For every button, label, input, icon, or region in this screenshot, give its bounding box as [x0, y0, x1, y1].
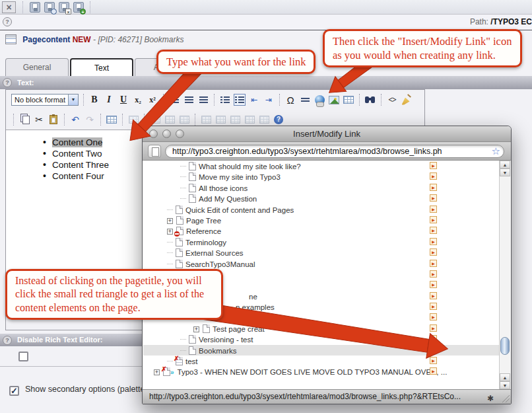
table-operation-icon[interactable]: [215, 114, 226, 126]
tab-general[interactable]: General: [5, 58, 69, 76]
scroll-up-icon[interactable]: ▲: [500, 373, 510, 381]
cut-icon[interactable]: ✂: [33, 114, 45, 126]
table-properties-icon[interactable]: [106, 114, 117, 126]
table-operation-icon[interactable]: [229, 114, 241, 126]
cleanup-icon[interactable]: [401, 94, 413, 106]
url-field[interactable]: http://typo3.creighton.edu/typo3/sysext/…: [165, 145, 504, 158]
horizontal-rule-icon[interactable]: [299, 94, 311, 106]
window-close-icon[interactable]: [149, 130, 158, 138]
save-icon[interactable]: [30, 2, 40, 13]
tree-row[interactable]: Move my site into Typo3▶: [143, 171, 499, 182]
align-left-icon[interactable]: [168, 94, 180, 106]
expand-plus-icon[interactable]: +: [167, 218, 173, 224]
save-and-new-icon[interactable]: +: [73, 2, 84, 13]
expand-plus-icon[interactable]: +: [193, 326, 199, 332]
disable-rte-checkbox[interactable]: ✓: [18, 352, 28, 361]
save-and-preview-icon[interactable]: [44, 2, 55, 13]
insert-image-icon[interactable]: [328, 94, 340, 106]
dialog-scrollbar[interactable]: ▲ ▼ ▲ ▼: [499, 161, 510, 389]
content-list-triangle-button[interactable]: ▶: [430, 313, 437, 320]
expand-plus-icon[interactable]: +: [167, 229, 173, 235]
secondary-options-checkbox[interactable]: ✓: [9, 386, 19, 396]
help-icon[interactable]: ?: [3, 78, 12, 87]
source-view-icon[interactable]: <>: [386, 94, 398, 106]
table-operation-icon[interactable]: [258, 114, 270, 126]
scroll-down-icon[interactable]: ▼: [500, 381, 510, 389]
content-list-triangle-button[interactable]: ▶: [430, 346, 437, 354]
content-list-triangle-button[interactable]: ▶: [430, 324, 437, 332]
copy-icon[interactable]: [18, 114, 30, 126]
tree-row[interactable]: +Test page creat▶: [143, 323, 499, 334]
subscript-button[interactable]: x₂: [132, 94, 144, 106]
tab-text[interactable]: Text: [70, 58, 133, 76]
save-and-close-icon[interactable]: ×: [59, 2, 69, 13]
bookmark-star-icon[interactable]: ☆: [492, 146, 500, 156]
content-list-triangle-button[interactable]: ▶: [430, 248, 437, 256]
tree-row[interactable]: What should my site look like?▶: [143, 161, 499, 171]
redo-icon[interactable]: ↷: [84, 114, 96, 126]
window-zoom-icon[interactable]: [176, 130, 184, 138]
superscript-button[interactable]: x²: [147, 94, 158, 106]
table-operation-icon[interactable]: [164, 114, 176, 126]
tree-row[interactable]: Versioning - test▶: [143, 334, 499, 344]
resize-grip[interactable]: [501, 394, 510, 402]
tree-row[interactable]: Bookmarks▶: [143, 345, 499, 356]
content-list-triangle-button[interactable]: ▶: [430, 227, 437, 234]
content-list-triangle-button[interactable]: ▶: [430, 270, 437, 278]
block-format-select[interactable]: No block format ▼: [11, 94, 79, 106]
content-list-triangle-button[interactable]: ▶: [430, 357, 437, 364]
rte-help-icon[interactable]: ?: [273, 114, 284, 126]
content-list-triangle-button[interactable]: ▶: [430, 281, 437, 288]
tree-row[interactable]: Add My Question▶: [143, 193, 499, 204]
table-operation-icon[interactable]: [149, 114, 161, 126]
content-list-triangle-button[interactable]: ▶: [430, 367, 437, 375]
underline-button[interactable]: U: [117, 94, 129, 106]
find-replace-icon[interactable]: [364, 94, 376, 106]
scroll-down-icon[interactable]: ▼: [500, 169, 510, 176]
content-list-triangle-button[interactable]: ▶: [430, 206, 437, 213]
paste-icon[interactable]: [48, 114, 59, 126]
tree-row[interactable]: +Reference▶: [143, 225, 499, 236]
page-proxy-icon[interactable]: [148, 145, 161, 158]
content-list-triangle-button[interactable]: ▶: [430, 238, 437, 245]
table-operation-icon[interactable]: [178, 114, 190, 126]
content-list-triangle-button[interactable]: ▶: [430, 303, 437, 310]
bold-button[interactable]: B: [88, 94, 100, 106]
undo-icon[interactable]: ↶: [69, 114, 81, 126]
ordered-list-icon[interactable]: [219, 94, 231, 106]
bullet-list-icon[interactable]: [234, 94, 246, 106]
content-list-triangle-button[interactable]: ▶: [430, 335, 437, 342]
outdent-icon[interactable]: ⇤: [248, 94, 260, 106]
tree-row[interactable]: All those icons▶: [143, 182, 499, 193]
window-minimize-icon[interactable]: [162, 130, 171, 138]
table-operation-icon[interactable]: [127, 114, 139, 126]
align-center-icon[interactable]: [183, 94, 195, 106]
insert-table-icon[interactable]: [343, 94, 354, 106]
tree-row[interactable]: SearchTypo3Manual▶: [143, 258, 499, 269]
help-icon[interactable]: ?: [3, 17, 12, 26]
table-operation-icon[interactable]: [244, 114, 255, 126]
scroll-up-icon[interactable]: ▲: [500, 161, 510, 169]
dialog-titlebar[interactable]: Insert/Modify Link: [143, 126, 511, 142]
tree-row[interactable]: +Page Tree▶: [143, 215, 499, 225]
tree-row[interactable]: ✗test▶: [143, 356, 499, 366]
tree-row[interactable]: +✗»Typo3 - WHEN NEW DOIT GOES LIVE MOVE …: [143, 366, 499, 377]
content-list-triangle-button[interactable]: ▶: [430, 162, 437, 169]
special-character-icon[interactable]: Ω: [284, 94, 296, 106]
tree-row[interactable]: External Sources▶: [143, 247, 499, 258]
scrollbar-thumb[interactable]: [500, 337, 510, 355]
help-icon[interactable]: ?: [3, 336, 12, 345]
tree-row[interactable]: Terminology▶: [143, 237, 499, 247]
italic-button[interactable]: I: [103, 94, 115, 106]
content-list-triangle-button[interactable]: ▶: [430, 194, 437, 202]
close-document-button[interactable]: ×: [2, 1, 16, 13]
content-list-triangle-button[interactable]: ▶: [430, 292, 437, 299]
content-list-triangle-button[interactable]: ▶: [430, 260, 437, 267]
tree-row[interactable]: Quick Edit of content and Pages▶: [143, 204, 499, 215]
content-list-triangle-button[interactable]: ▶: [430, 172, 437, 180]
align-right-icon[interactable]: [197, 94, 209, 106]
expand-plus-icon[interactable]: +: [154, 369, 160, 375]
bug-icon[interactable]: ✱: [487, 392, 494, 404]
indent-icon[interactable]: ⇥: [263, 94, 275, 106]
content-list-triangle-button[interactable]: ▶: [430, 216, 437, 223]
